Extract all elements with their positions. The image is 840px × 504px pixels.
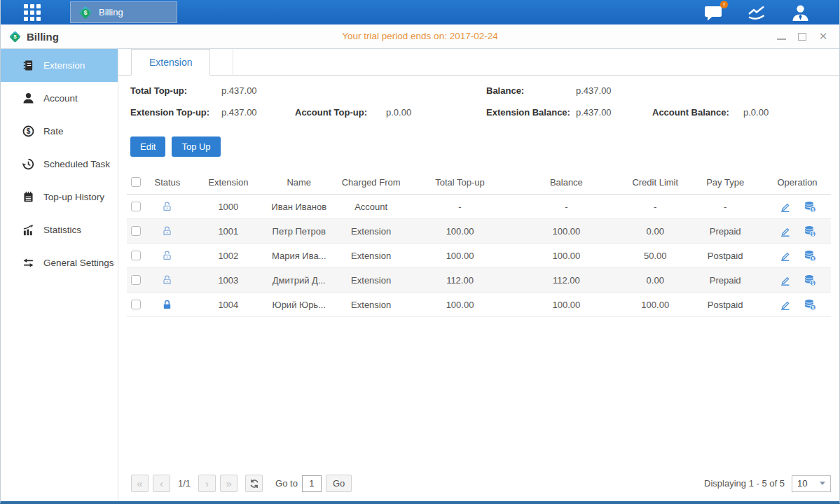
charged-from-cell: Account — [331, 202, 411, 212]
edit-row-icon[interactable] — [779, 225, 791, 237]
status-unlocked-icon — [162, 274, 172, 286]
billing-diamond-icon: $ — [8, 30, 22, 43]
select-all-checkbox[interactable] — [131, 177, 141, 187]
close-icon[interactable]: ✕ — [818, 31, 828, 41]
topup-row-icon[interactable]: $ — [804, 225, 816, 237]
sidebar-item-general-settings[interactable]: General Settings — [1, 246, 118, 279]
last-page-button[interactable]: » — [220, 475, 237, 492]
statistics-chart-icon[interactable] — [747, 4, 768, 21]
topup-row-icon[interactable]: $ — [804, 299, 816, 311]
edit-row-icon[interactable] — [779, 274, 791, 286]
trial-notice: Your trial period ends on: 2017-02-24 — [342, 24, 497, 48]
svg-text:$: $ — [83, 9, 87, 16]
topbar-tab-billing[interactable]: $ Billing — [70, 1, 177, 23]
user-icon[interactable] — [791, 4, 810, 22]
topbar-tab-label: Billing — [99, 7, 123, 18]
column-header-charged-from: Charged From — [331, 177, 411, 188]
tab-extension[interactable]: Extension — [131, 49, 210, 76]
edit-row-icon[interactable] — [779, 299, 791, 311]
charged-from-cell: Extension — [331, 251, 411, 261]
table-body: 1000 Иван Иванов Account - - - - $ — [127, 195, 831, 317]
row-checkbox[interactable] — [131, 202, 141, 211]
table-row: 1004 Юрий Юрь... Extension 100.00 100.00… — [127, 293, 831, 317]
svg-text:$: $ — [27, 127, 31, 135]
column-header-credit-limit: Credit Limit — [624, 177, 687, 188]
pagination-bar: « ‹ 1/1 › » Go to Go Displaying — [118, 475, 839, 501]
name-cell: Иван Иванов — [267, 202, 331, 212]
pay-type-cell: Postpaid — [687, 251, 764, 261]
tab-strip-divider — [210, 49, 233, 76]
extension-balance-label: Extension Balance: — [486, 107, 576, 118]
top-up-button[interactable]: Top Up — [172, 136, 220, 157]
minimize-icon[interactable] — [776, 31, 786, 41]
sidebar-item-label: Account — [43, 93, 78, 104]
total-topup-label: Total Top-up: — [130, 85, 221, 97]
column-header-status: Status — [145, 177, 190, 188]
next-page-button[interactable]: › — [198, 475, 216, 492]
sidebar-item-statistics[interactable]: Statistics — [1, 214, 118, 246]
sidebar-item-account[interactable]: Account — [1, 82, 118, 115]
name-cell: Петр Петров — [267, 226, 331, 237]
status-locked-icon — [162, 299, 172, 310]
table-row: 1003 Дмитрий Д... Extension 112.00 112.0… — [127, 268, 831, 293]
column-header-extension: Extension — [190, 177, 267, 188]
status-unlocked-icon — [162, 201, 172, 212]
total-topup-value: p.437.00 — [221, 85, 257, 97]
charged-from-cell: Extension — [331, 300, 411, 310]
topup-row-icon[interactable]: $ — [804, 274, 816, 286]
sidebar-item-topup-history[interactable]: Top-up History — [1, 181, 118, 214]
pay-type-cell: - — [687, 202, 764, 212]
edit-row-icon[interactable] — [779, 201, 791, 213]
goto-page-input[interactable] — [302, 475, 322, 492]
charged-from-cell: Extension — [331, 275, 411, 286]
status-unlocked-icon — [162, 225, 172, 237]
window-title: $ Billing — [8, 30, 59, 43]
tab-strip: Extension — [118, 49, 839, 76]
ledger-icon — [22, 59, 34, 71]
row-checkbox[interactable] — [131, 251, 141, 260]
person-icon — [22, 92, 34, 104]
balance-label: Balance: — [486, 85, 576, 97]
messages-icon[interactable]: ! — [704, 4, 724, 21]
edit-row-icon[interactable] — [779, 250, 791, 262]
sidebar-item-extension[interactable]: Extension — [1, 49, 118, 82]
apps-grid-icon[interactable] — [24, 4, 41, 21]
extension-cell: 1003 — [190, 275, 267, 286]
prev-page-button[interactable]: ‹ — [153, 475, 170, 492]
row-checkbox[interactable] — [131, 226, 141, 236]
column-header-operation: Operation — [764, 177, 831, 188]
page-size-dropdown[interactable]: 10 — [792, 475, 831, 492]
history-clock-icon — [22, 158, 34, 170]
sidebar-item-label: Extension — [43, 60, 85, 71]
total-topup-cell: 100.00 — [411, 300, 509, 310]
name-cell: Дмитрий Д... — [267, 275, 331, 286]
go-button[interactable]: Go — [326, 475, 352, 492]
notification-badge: ! — [720, 1, 728, 8]
extension-cell: 1000 — [190, 202, 267, 212]
account-topup-label: Account Top-up: — [295, 107, 386, 118]
topup-row-icon[interactable]: $ — [804, 201, 816, 213]
edit-button[interactable]: Edit — [130, 136, 165, 157]
sidebar-item-rate[interactable]: $ Rate — [1, 115, 118, 148]
column-header-name: Name — [267, 177, 331, 188]
row-checkbox[interactable] — [131, 300, 141, 309]
svg-text:$: $ — [811, 206, 814, 212]
extension-cell: 1001 — [190, 226, 267, 237]
action-buttons: Edit Top Up — [130, 136, 839, 157]
refresh-button[interactable] — [245, 475, 263, 492]
topup-row-icon[interactable]: $ — [804, 250, 816, 262]
row-checkbox[interactable] — [131, 275, 141, 285]
extension-table: Status Extension Name Charged From Total… — [127, 170, 831, 317]
sliders-arrows-icon — [22, 257, 34, 269]
sidebar-item-label: Top-up History — [43, 192, 104, 202]
total-topup-cell: 100.00 — [411, 251, 509, 261]
balance-cell: 100.00 — [509, 300, 624, 310]
extension-topup-value: p.437.00 — [221, 107, 295, 118]
extension-cell: 1002 — [190, 251, 267, 261]
sidebar-item-scheduled-task[interactable]: Scheduled Task — [1, 148, 118, 181]
top-navigation-bar: $ Billing ! — [1, 0, 839, 24]
credit-limit-cell: 100.00 — [624, 300, 687, 310]
first-page-button[interactable]: « — [131, 475, 149, 492]
balance-cell: 100.00 — [509, 226, 624, 237]
maximize-icon[interactable] — [797, 31, 807, 41]
